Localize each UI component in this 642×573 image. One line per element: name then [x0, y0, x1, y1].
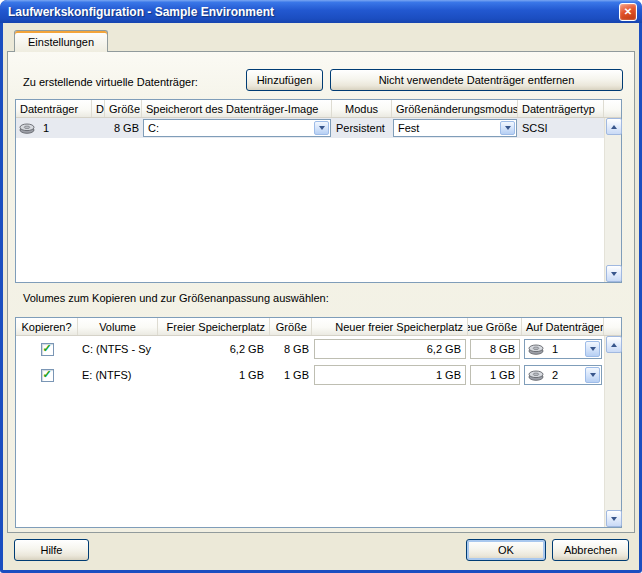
column-header-modus[interactable]: Modus [332, 100, 392, 117]
column-header-speicherort[interactable]: Speicherort des Datenträger-Image [142, 100, 332, 117]
column-header-kopieren[interactable]: Kopieren? [16, 318, 78, 335]
scroll-down-icon[interactable] [606, 265, 622, 282]
create-disks-label: Zu erstellende virtuelle Datenträger: [23, 76, 198, 88]
free-space: 1 GB [158, 362, 270, 388]
disks-table-header: Datenträger D Größe Speicherort des Date… [16, 100, 621, 118]
add-button[interactable]: Hinzufügen [246, 69, 323, 91]
volumes-table-header: Kopieren? Volume Freier Speicherplatz Gr… [16, 318, 621, 336]
ok-button[interactable]: OK [466, 539, 546, 561]
tab-label: Einstellungen [28, 36, 94, 48]
volume-row-2[interactable]: E: (NTFS) 1 GB 1 GB [16, 362, 621, 388]
disks-table-scrollbar[interactable] [604, 118, 621, 282]
volumes-table: Kopieren? Volume Freier Speicherplatz Gr… [15, 317, 622, 528]
column-header-neue-groesse[interactable]: Neue Größe [468, 318, 522, 335]
disk-icon [19, 123, 35, 134]
column-header-spacer [604, 318, 621, 335]
column-header-groesse[interactable]: Größe [105, 100, 142, 117]
cancel-button[interactable]: Abbrechen [552, 539, 629, 561]
remove-unused-disks-button[interactable]: Nicht verwendete Datenträger entfernen [330, 69, 623, 91]
scroll-down-icon[interactable] [606, 510, 622, 527]
volumes-table-scrollbar[interactable] [604, 336, 621, 527]
new-size-input[interactable] [470, 339, 520, 359]
volume-row-1[interactable]: C: (NTFS - Sy 6,2 GB 8 GB [16, 336, 621, 362]
target-disk-value: 1 [552, 343, 558, 355]
close-button[interactable]: ✕ [619, 3, 637, 21]
scroll-up-icon[interactable] [606, 118, 622, 135]
volume-size: 8 GB [270, 336, 312, 362]
window-title: Laufwerkskonfiguration - Sample Environm… [8, 5, 619, 19]
column-header-groessenaenderungsmodus[interactable]: Größenänderungsmodus [392, 100, 518, 117]
help-button[interactable]: Hilfe [14, 539, 89, 561]
resize-mode-select[interactable]: Fest [393, 119, 517, 137]
column-header-d[interactable]: D [92, 100, 105, 117]
chevron-down-icon[interactable] [585, 367, 600, 383]
target-disk-select[interactable]: 2 [524, 365, 602, 385]
disk-number: 1 [43, 122, 49, 134]
disks-table: Datenträger D Größe Speicherort des Date… [15, 99, 622, 283]
column-header-freier-speicherplatz[interactable]: Freier Speicherplatz [158, 318, 270, 335]
free-space: 6,2 GB [158, 336, 270, 362]
copy-checkbox[interactable] [41, 369, 54, 382]
column-header-datentraegertyp[interactable]: Datenträgertyp [518, 100, 604, 117]
dialog-body: Einstellungen Zu erstellende virtuelle D… [3, 23, 639, 570]
titlebar[interactable]: Laufwerkskonfiguration - Sample Environm… [0, 0, 642, 23]
scroll-up-icon[interactable] [606, 336, 622, 353]
new-size-input[interactable] [470, 365, 520, 385]
disk-icon [528, 370, 544, 381]
disk-size: 8 GB [105, 118, 142, 138]
new-free-space-input[interactable] [314, 339, 466, 359]
column-header-datentraeger[interactable]: Datenträger [16, 100, 92, 117]
disk-mode: Persistent [332, 118, 392, 138]
column-header-groesse[interactable]: Größe [270, 318, 312, 335]
resize-mode-value: Fest [398, 122, 419, 134]
dialog-window: Laufwerkskonfiguration - Sample Environm… [0, 0, 642, 573]
tab-einstellungen[interactable]: Einstellungen [14, 30, 108, 52]
disk-icon [528, 344, 544, 355]
disk-row-1[interactable]: 1 8 GB C: Persistent Fest [16, 118, 621, 138]
chevron-down-icon[interactable] [585, 341, 600, 357]
close-icon: ✕ [624, 7, 632, 17]
volume-size: 1 GB [270, 362, 312, 388]
copy-checkbox[interactable] [41, 343, 54, 356]
target-disk-select[interactable]: 1 [524, 339, 602, 359]
column-header-neuer-freier-speicherplatz[interactable]: Neuer freier Speicherplatz [312, 318, 468, 335]
column-header-volume[interactable]: Volume [78, 318, 158, 335]
volumes-label: Volumes zum Kopieren und zur Größenanpas… [23, 292, 329, 304]
image-location-select[interactable]: C: [143, 119, 331, 137]
volume-name: E: (NTFS) [78, 362, 158, 388]
target-disk-value: 2 [552, 369, 558, 381]
disk-type: SCSI [518, 118, 604, 138]
new-free-space-input[interactable] [314, 365, 466, 385]
settings-panel: Zu erstellende virtuelle Datenträger: Hi… [7, 51, 635, 533]
column-header-auf-datentraeger[interactable]: Auf Datenträger [522, 318, 604, 335]
volume-name: C: (NTFS - Sy [78, 336, 158, 362]
image-location-value: C: [148, 122, 159, 134]
column-header-spacer [604, 100, 621, 117]
chevron-down-icon[interactable] [314, 121, 329, 135]
chevron-down-icon[interactable] [500, 121, 515, 135]
